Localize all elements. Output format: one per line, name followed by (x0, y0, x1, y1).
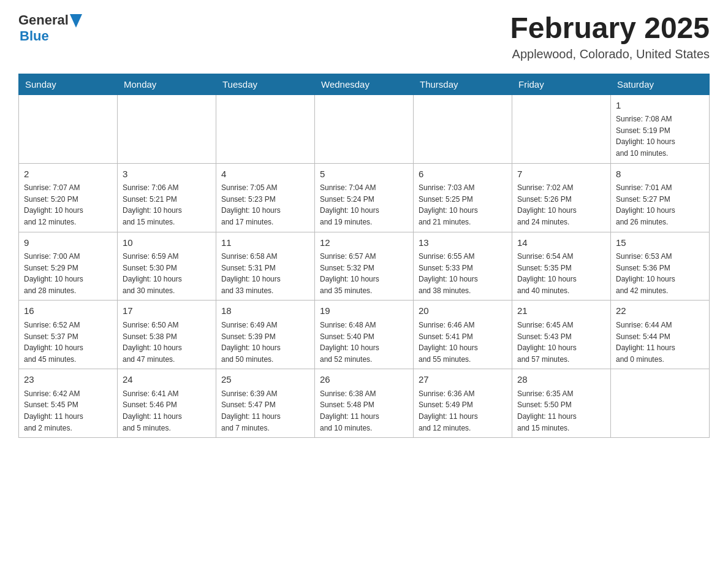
calendar-cell: 6Sunrise: 7:03 AMSunset: 5:25 PMDaylight… (414, 163, 512, 232)
day-info: Sunrise: 7:00 AMSunset: 5:29 PMDaylight:… (24, 251, 112, 296)
calendar-cell: 24Sunrise: 6:41 AMSunset: 5:46 PMDayligh… (118, 369, 216, 438)
day-number: 14 (517, 236, 605, 250)
day-info: Sunrise: 6:59 AMSunset: 5:30 PMDaylight:… (123, 251, 211, 296)
day-info: Sunrise: 6:57 AMSunset: 5:32 PMDaylight:… (320, 251, 408, 296)
day-number: 28 (517, 373, 605, 387)
calendar-cell: 19Sunrise: 6:48 AMSunset: 5:40 PMDayligh… (315, 301, 414, 369)
calendar-cell: 10Sunrise: 6:59 AMSunset: 5:30 PMDayligh… (118, 232, 216, 301)
month-title: February 2025 (510, 12, 710, 45)
day-info: Sunrise: 6:44 AMSunset: 5:44 PMDaylight:… (616, 320, 704, 365)
day-info: Sunrise: 6:36 AMSunset: 5:49 PMDaylight:… (419, 388, 507, 434)
day-number: 15 (616, 236, 704, 250)
calendar-cell: 26Sunrise: 6:38 AMSunset: 5:48 PMDayligh… (315, 369, 414, 438)
day-number: 5 (320, 167, 408, 182)
day-info: Sunrise: 6:41 AMSunset: 5:46 PMDaylight:… (123, 388, 211, 434)
day-number: 12 (320, 236, 408, 250)
day-info: Sunrise: 6:46 AMSunset: 5:41 PMDaylight:… (419, 320, 507, 365)
page-header: General Blue February 2025 Applewood, Co… (18, 12, 710, 61)
calendar-cell: 17Sunrise: 6:50 AMSunset: 5:38 PMDayligh… (118, 301, 216, 369)
calendar-cell: 27Sunrise: 6:36 AMSunset: 5:49 PMDayligh… (414, 369, 512, 438)
calendar-cell: 14Sunrise: 6:54 AMSunset: 5:35 PMDayligh… (512, 232, 611, 301)
day-number: 25 (221, 373, 309, 387)
day-number: 16 (24, 304, 112, 318)
day-info: Sunrise: 7:04 AMSunset: 5:24 PMDaylight:… (320, 182, 408, 228)
calendar-day-header-friday: Friday (512, 74, 611, 94)
day-info: Sunrise: 7:06 AMSunset: 5:21 PMDaylight:… (123, 182, 211, 228)
calendar-table: SundayMondayTuesdayWednesdayThursdayFrid… (18, 74, 710, 438)
logo: General Blue (18, 12, 82, 44)
calendar-cell: 18Sunrise: 6:49 AMSunset: 5:39 PMDayligh… (216, 301, 315, 369)
calendar-header-row: SundayMondayTuesdayWednesdayThursdayFrid… (19, 74, 710, 94)
day-number: 18 (221, 304, 309, 318)
day-info: Sunrise: 7:03 AMSunset: 5:25 PMDaylight:… (419, 182, 507, 228)
day-number: 11 (221, 236, 309, 250)
calendar-week-row: 1Sunrise: 7:08 AMSunset: 5:19 PMDaylight… (19, 94, 710, 163)
calendar-day-header-wednesday: Wednesday (315, 74, 414, 94)
day-info: Sunrise: 6:50 AMSunset: 5:38 PMDaylight:… (123, 320, 211, 365)
calendar-cell (315, 94, 414, 163)
calendar-cell: 23Sunrise: 6:42 AMSunset: 5:45 PMDayligh… (19, 369, 118, 438)
calendar-day-header-saturday: Saturday (611, 74, 710, 94)
calendar-week-row: 2Sunrise: 7:07 AMSunset: 5:20 PMDaylight… (19, 163, 710, 232)
calendar-week-row: 9Sunrise: 7:00 AMSunset: 5:29 PMDaylight… (19, 232, 710, 301)
day-info: Sunrise: 7:08 AMSunset: 5:19 PMDaylight:… (616, 113, 704, 159)
calendar-day-header-tuesday: Tuesday (216, 74, 315, 94)
day-number: 4 (221, 167, 309, 182)
calendar-cell: 25Sunrise: 6:39 AMSunset: 5:47 PMDayligh… (216, 369, 315, 438)
day-info: Sunrise: 6:58 AMSunset: 5:31 PMDaylight:… (221, 251, 309, 296)
calendar-cell: 7Sunrise: 7:02 AMSunset: 5:26 PMDaylight… (512, 163, 611, 232)
calendar-cell: 3Sunrise: 7:06 AMSunset: 5:21 PMDaylight… (118, 163, 216, 232)
day-info: Sunrise: 6:49 AMSunset: 5:39 PMDaylight:… (221, 320, 309, 365)
day-number: 3 (123, 167, 211, 182)
day-number: 10 (123, 236, 211, 250)
calendar-cell: 4Sunrise: 7:05 AMSunset: 5:23 PMDaylight… (216, 163, 315, 232)
calendar-cell: 20Sunrise: 6:46 AMSunset: 5:41 PMDayligh… (414, 301, 512, 369)
day-info: Sunrise: 7:02 AMSunset: 5:26 PMDaylight:… (517, 182, 605, 228)
day-number: 6 (419, 167, 507, 182)
logo-blue-text: Blue (20, 28, 49, 44)
day-number: 21 (517, 304, 605, 318)
calendar-day-header-monday: Monday (118, 74, 216, 94)
day-number: 7 (517, 167, 605, 182)
day-info: Sunrise: 6:48 AMSunset: 5:40 PMDaylight:… (320, 320, 408, 365)
day-info: Sunrise: 7:01 AMSunset: 5:27 PMDaylight:… (616, 182, 704, 228)
calendar-cell: 21Sunrise: 6:45 AMSunset: 5:43 PMDayligh… (512, 301, 611, 369)
calendar-cell: 28Sunrise: 6:35 AMSunset: 5:50 PMDayligh… (512, 369, 611, 438)
day-number: 9 (24, 236, 112, 250)
day-info: Sunrise: 7:05 AMSunset: 5:23 PMDaylight:… (221, 182, 309, 228)
day-info: Sunrise: 6:54 AMSunset: 5:35 PMDaylight:… (517, 251, 605, 296)
day-info: Sunrise: 6:53 AMSunset: 5:36 PMDaylight:… (616, 251, 704, 296)
day-number: 23 (24, 373, 112, 387)
day-info: Sunrise: 6:55 AMSunset: 5:33 PMDaylight:… (419, 251, 507, 296)
calendar-cell: 1Sunrise: 7:08 AMSunset: 5:19 PMDaylight… (611, 94, 710, 163)
calendar-cell: 22Sunrise: 6:44 AMSunset: 5:44 PMDayligh… (611, 301, 710, 369)
svg-marker-0 (70, 14, 82, 28)
calendar-cell (512, 94, 611, 163)
calendar-cell (19, 94, 118, 163)
calendar-day-header-thursday: Thursday (414, 74, 512, 94)
title-block: February 2025 Applewood, Colorado, Unite… (510, 12, 710, 61)
calendar-cell (414, 94, 512, 163)
day-info: Sunrise: 7:07 AMSunset: 5:20 PMDaylight:… (24, 182, 112, 228)
day-info: Sunrise: 6:39 AMSunset: 5:47 PMDaylight:… (221, 388, 309, 434)
calendar-cell: 8Sunrise: 7:01 AMSunset: 5:27 PMDaylight… (611, 163, 710, 232)
day-info: Sunrise: 6:35 AMSunset: 5:50 PMDaylight:… (517, 388, 605, 434)
calendar-cell: 2Sunrise: 7:07 AMSunset: 5:20 PMDaylight… (19, 163, 118, 232)
calendar-cell: 9Sunrise: 7:00 AMSunset: 5:29 PMDaylight… (19, 232, 118, 301)
calendar-cell (611, 369, 710, 438)
logo-general-text: General (18, 12, 69, 28)
calendar-week-row: 16Sunrise: 6:52 AMSunset: 5:37 PMDayligh… (19, 301, 710, 369)
day-number: 20 (419, 304, 507, 318)
calendar-cell: 12Sunrise: 6:57 AMSunset: 5:32 PMDayligh… (315, 232, 414, 301)
day-number: 22 (616, 304, 704, 318)
calendar-cell: 15Sunrise: 6:53 AMSunset: 5:36 PMDayligh… (611, 232, 710, 301)
day-number: 26 (320, 373, 408, 387)
day-number: 27 (419, 373, 507, 387)
day-info: Sunrise: 6:52 AMSunset: 5:37 PMDaylight:… (24, 320, 112, 365)
day-number: 24 (123, 373, 211, 387)
calendar-cell (118, 94, 216, 163)
calendar-cell: 13Sunrise: 6:55 AMSunset: 5:33 PMDayligh… (414, 232, 512, 301)
day-info: Sunrise: 6:42 AMSunset: 5:45 PMDaylight:… (24, 388, 112, 434)
day-number: 1 (616, 99, 704, 113)
day-number: 8 (616, 167, 704, 182)
